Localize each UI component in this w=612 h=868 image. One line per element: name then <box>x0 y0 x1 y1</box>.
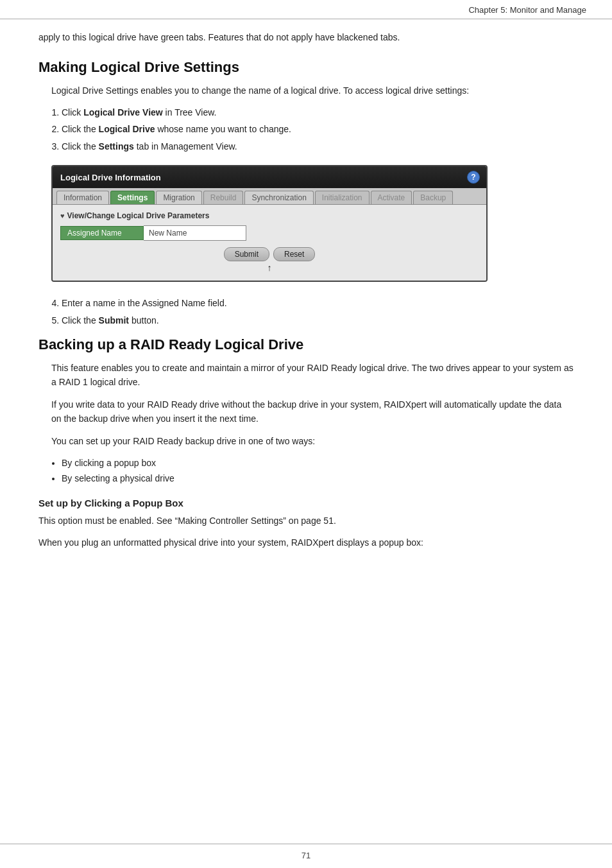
bullet-1-text: By clicking a popup box <box>62 458 156 468</box>
step2-bold: Logical Drive <box>99 124 155 134</box>
tab-backup[interactable]: Backup <box>413 191 453 204</box>
submit-button[interactable]: Submit <box>224 247 269 261</box>
tab-synchronization[interactable]: Synchronization <box>244 191 313 204</box>
widget-body: ♥ View/Change Logical Drive Parameters A… <box>53 205 486 281</box>
step-4: Enter a name in the Assigned Name field. <box>62 296 574 310</box>
bullet-item-2: By selecting a physical drive <box>62 471 574 485</box>
section2-para1: This feature enables you to create and m… <box>51 361 574 390</box>
steps-list: Click Logical Drive View in Tree View. C… <box>62 105 574 153</box>
widget-title-bar: Logical Drive Information ? <box>53 166 486 188</box>
step5-rest: button. <box>132 315 159 326</box>
tab-settings-label: Settings <box>117 193 148 202</box>
step-2: Click the Logical Drive whose name you w… <box>62 122 574 136</box>
tab-backup-label: Backup <box>420 193 446 202</box>
intro-text: apply to this logical drive have green t… <box>38 31 574 45</box>
section2-heading: Backing up a RAID Ready Logical Drive <box>38 336 574 353</box>
content-area: apply to this logical drive have green t… <box>0 19 612 844</box>
step5-pre: Click the <box>62 315 99 326</box>
bullet-item-1: By clicking a popup box <box>62 456 574 470</box>
step1-pre: Click <box>62 107 83 117</box>
logical-drive-widget: Logical Drive Information ? Information … <box>51 165 488 282</box>
step-3: Click the Settings tab in Management Vie… <box>62 139 574 153</box>
assigned-name-label: Assigned Name <box>60 226 144 240</box>
tab-initialization[interactable]: Initialization <box>315 191 370 204</box>
step-1: Click Logical Drive View in Tree View. <box>62 105 574 119</box>
section1-description: Logical Drive Settings enables you to ch… <box>51 83 574 98</box>
tab-initialization-label: Initialization <box>322 193 362 202</box>
page-number: 71 <box>302 851 310 860</box>
form-buttons: Submit Reset <box>60 247 479 261</box>
step4-text: Enter a name in the Assigned Name field. <box>62 298 227 308</box>
bullet-2-text: By selecting a physical drive <box>62 473 174 483</box>
tab-information[interactable]: Information <box>56 191 109 204</box>
sub-para2: When you plug an unformatted physical dr… <box>38 535 574 550</box>
widget-title: Logical Drive Information <box>60 173 161 182</box>
step1-bold: Logical Drive View <box>83 107 162 117</box>
section2-para2: If you write data to your RAID Ready dri… <box>51 397 574 426</box>
assigned-name-input[interactable] <box>144 225 246 241</box>
section-label: ♥ View/Change Logical Drive Parameters <box>60 211 479 220</box>
section-label-text: View/Change Logical Drive Parameters <box>67 211 210 220</box>
page-footer: 71 <box>0 844 612 868</box>
section1-heading: Making Logical Drive Settings <box>38 59 574 76</box>
section-arrow-icon: ♥ <box>60 212 65 220</box>
tab-migration[interactable]: Migration <box>156 191 201 204</box>
assigned-name-row: Assigned Name <box>60 225 479 241</box>
cursor-indicator: ↑ <box>60 261 479 273</box>
tab-settings[interactable]: Settings <box>110 191 155 204</box>
cursor-arrow-icon: ↑ <box>268 263 272 273</box>
step3-pre: Click the <box>62 141 99 152</box>
tab-activate[interactable]: Activate <box>371 191 412 204</box>
step3-bold: Settings <box>99 141 134 152</box>
step1-rest: in Tree View. <box>166 107 217 117</box>
section2-para3: You can set up your RAID Ready backup dr… <box>51 434 574 448</box>
sub-para1: This option must be enabled. See “Making… <box>38 514 574 528</box>
help-icon: ? <box>471 173 475 182</box>
tab-activate-label: Activate <box>378 193 405 202</box>
tab-migration-label: Migration <box>163 193 194 202</box>
reset-button[interactable]: Reset <box>273 247 315 261</box>
sub-section-heading: Set up by Clicking a Popup Box <box>38 498 574 508</box>
chapter-label: Chapter 5: Monitor and Manage <box>468 5 586 15</box>
step-5: Click the Submit button. <box>62 313 574 327</box>
tabs-bar: Information Settings Migration Rebuild S… <box>53 188 486 205</box>
tab-rebuild[interactable]: Rebuild <box>203 191 244 204</box>
step3-rest: tab in Management View. <box>137 141 237 152</box>
step5-bold: Submit <box>99 315 129 326</box>
tab-synchronization-label: Synchronization <box>251 193 306 202</box>
page-container: Chapter 5: Monitor and Manage apply to t… <box>0 0 612 868</box>
help-button[interactable]: ? <box>467 171 480 184</box>
step2-rest: whose name you want to change. <box>157 124 291 134</box>
tab-information-label: Information <box>64 193 102 202</box>
bullet-list: By clicking a popup box By selecting a p… <box>62 456 574 486</box>
steps-list-2: Enter a name in the Assigned Name field.… <box>62 296 574 327</box>
tab-rebuild-label: Rebuild <box>210 193 237 202</box>
step2-pre: Click the <box>62 124 99 134</box>
page-header: Chapter 5: Monitor and Manage <box>0 0 612 19</box>
